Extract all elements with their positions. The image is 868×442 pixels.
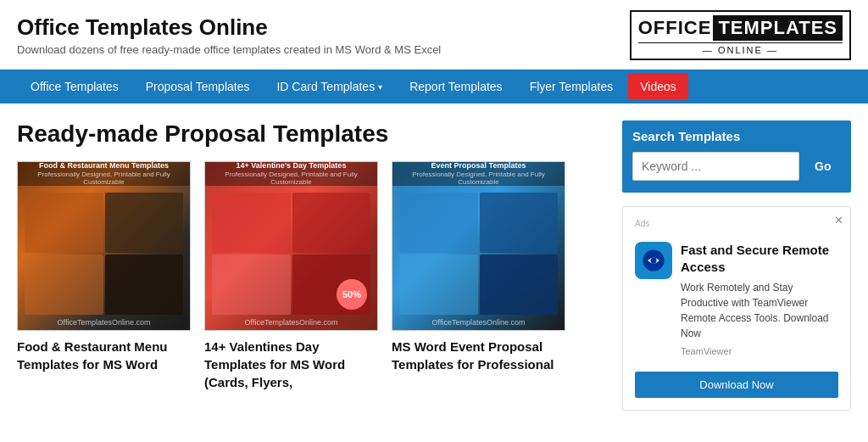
- card-event-header: Event Proposal Templates Professionally …: [392, 162, 565, 186]
- card-valentines-title: 14+ Valentines Day Templates for MS Word…: [204, 338, 378, 391]
- svg-point-1: [651, 258, 657, 264]
- card-event-label: Event Proposal Templates: [399, 161, 558, 171]
- card-valentines-image: 14+ Valentine's Day Templates Profession…: [204, 161, 378, 331]
- chevron-down-icon: ▾: [378, 82, 382, 92]
- card-food-sublabel: Professionally Designed, Printable and F…: [25, 171, 183, 187]
- card-food-label: Food & Restaurant Menu Templates: [25, 161, 183, 171]
- card-valentines-label: 14+ Valentine's Day Templates: [212, 161, 370, 171]
- card-food-image: Food & Restaurant Menu Templates Profess…: [17, 161, 191, 331]
- card-event-grid: [392, 186, 565, 322]
- card-food-watermark: OfficeTemplatesOnline.com: [18, 318, 190, 327]
- logo-office: OFFICE: [638, 17, 712, 39]
- ad-content: Fast and Secure Remote Access Work Remot…: [635, 242, 838, 363]
- nav-id-card-templates[interactable]: ID Card Templates ▾: [263, 70, 396, 104]
- cards-grid: Food & Restaurant Menu Templates Profess…: [17, 161, 605, 391]
- card-valentines-sublabel: Professionally Designed, Printable and F…: [212, 171, 370, 187]
- main-nav: Office Templates Proposal Templates ID C…: [0, 70, 868, 104]
- card-food-grid: [18, 186, 190, 322]
- card-food-restaurant[interactable]: Food & Restaurant Menu Templates Profess…: [17, 161, 191, 391]
- ad-widget: Ads ✕ Fast and Secure Remote Access Work…: [622, 206, 851, 411]
- site-header: Office Templates Online Download dozens …: [0, 0, 868, 70]
- search-title: Search Templates: [632, 129, 841, 143]
- ad-close-icon[interactable]: ✕: [834, 214, 843, 227]
- search-button[interactable]: Go: [803, 152, 843, 181]
- content-area: Ready-made Proposal Templates Food & Res…: [17, 120, 605, 411]
- card-event-watermark: OfficeTemplatesOnline.com: [392, 318, 565, 327]
- card-valentines-badge: 50%: [337, 279, 367, 310]
- logo-online: — ONLINE —: [638, 42, 843, 55]
- logo-templates: TEMPLATES: [713, 15, 843, 41]
- card-food-title: Food & Restaurant Menu Templates for MS …: [17, 338, 191, 373]
- nav-proposal-templates[interactable]: Proposal Templates: [132, 70, 264, 104]
- card-event-title: MS Word Event Proposal Templates for Pro…: [392, 338, 565, 373]
- card-valentines-watermark: OfficeTemplatesOnline.com: [205, 318, 377, 327]
- nav-videos[interactable]: Videos: [628, 73, 688, 100]
- ad-text: Fast and Secure Remote Access Work Remot…: [681, 242, 838, 363]
- site-title: Office Templates Online: [17, 14, 441, 41]
- search-row: Go: [632, 152, 841, 181]
- sidebar: Search Templates Go Ads ✕: [622, 120, 851, 411]
- card-valentines-header: 14+ Valentine's Day Templates Profession…: [205, 162, 377, 186]
- nav-report-templates[interactable]: Report Templates: [396, 70, 515, 104]
- ad-description: Work Remotely and Stay Productive with T…: [681, 280, 838, 341]
- card-event-sublabel: Professionally Designed, Printable and F…: [399, 171, 558, 187]
- card-valentines[interactable]: 14+ Valentine's Day Templates Profession…: [204, 161, 378, 391]
- search-input[interactable]: [632, 152, 799, 181]
- page-title: Ready-made Proposal Templates: [17, 120, 605, 148]
- card-food-header: Food & Restaurant Menu Templates Profess…: [18, 162, 190, 186]
- card-event-image: Event Proposal Templates Professionally …: [392, 161, 565, 331]
- logo: OFFICE TEMPLATES — ONLINE —: [630, 10, 851, 60]
- ad-cta-button[interactable]: Download Now: [635, 372, 838, 398]
- main-content: Ready-made Proposal Templates Food & Res…: [0, 104, 868, 419]
- ad-label: Ads: [635, 219, 649, 228]
- site-tagline: Download dozens of free ready-made offic…: [17, 43, 441, 56]
- nav-office-templates[interactable]: Office Templates: [17, 70, 132, 104]
- ad-title: Fast and Secure Remote Access: [681, 242, 838, 275]
- ad-teamviewer-icon: [635, 242, 672, 279]
- nav-flyer-templates[interactable]: Flyer Templates: [516, 70, 627, 104]
- header-branding: Office Templates Online Download dozens …: [17, 14, 441, 56]
- ad-source: TeamViewer: [681, 346, 838, 356]
- card-event-proposal[interactable]: Event Proposal Templates Professionally …: [392, 161, 565, 391]
- search-widget: Search Templates Go: [622, 120, 851, 193]
